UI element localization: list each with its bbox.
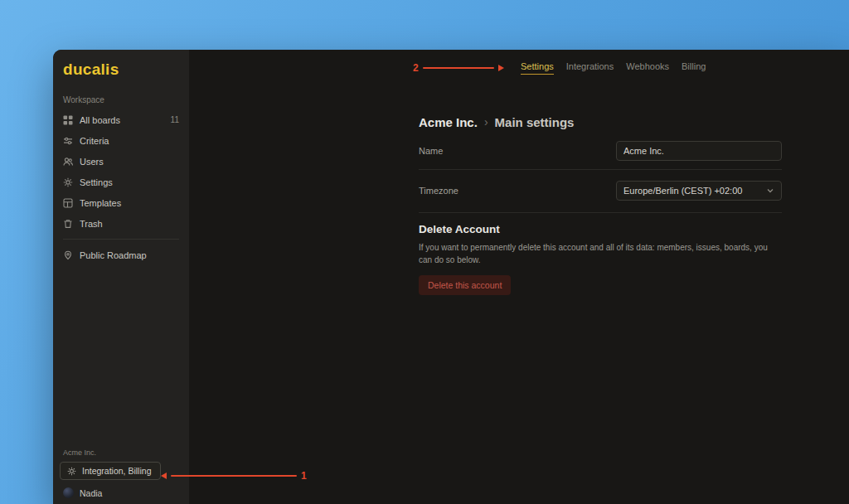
annotation-number: 2	[413, 62, 419, 74]
timezone-label: Timezone	[419, 186, 458, 196]
users-icon	[63, 157, 73, 167]
integration-billing-label: Integration, Billing	[82, 466, 151, 476]
sidebar-item-label: Settings	[80, 177, 179, 187]
sidebar-item-trash[interactable]: Trash	[53, 213, 189, 234]
arrow-line	[171, 475, 297, 477]
breadcrumb-workspace: Acme Inc.	[419, 115, 478, 129]
app-window: ducalis Workspace All boards 11 Criteria…	[53, 50, 849, 504]
sidebar-item-users[interactable]: Users	[53, 151, 189, 172]
sidebar-item-settings[interactable]: Settings	[53, 172, 189, 192]
chevron-down-icon	[766, 187, 774, 195]
user-name: Nadia	[80, 488, 102, 498]
boards-count-badge: 11	[171, 115, 179, 124]
annotation-number: 1	[301, 470, 307, 482]
divider	[419, 169, 782, 170]
user-menu[interactable]: Nadia	[63, 487, 179, 498]
sidebar-item-criteria[interactable]: Criteria	[53, 130, 189, 151]
arrow-left-icon	[161, 472, 167, 479]
delete-account-description: If you want to permanently delete this a…	[419, 242, 782, 266]
integration-billing-button[interactable]: Integration, Billing	[60, 462, 161, 480]
annotation-step-1: 1	[161, 470, 307, 482]
chevron-right-icon: ›	[484, 115, 488, 128]
sidebar-divider	[63, 239, 179, 240]
sidebar-item-all-boards[interactable]: All boards 11	[53, 109, 189, 130]
name-row: Name	[419, 141, 782, 161]
app-logo: ducalis	[63, 61, 179, 79]
breadcrumb: Acme Inc. › Main settings	[419, 113, 782, 131]
sidebar-item-label: Criteria	[80, 136, 179, 146]
main-content: Settings Integrations Webhooks Billing 2…	[189, 50, 849, 504]
sidebar-item-templates[interactable]: Templates	[53, 192, 189, 213]
workspace-name-input[interactable]	[616, 141, 782, 161]
settings-form: Acme Inc. › Main settings Name Timezone …	[419, 50, 782, 295]
workspace-section-label: Workspace	[63, 95, 179, 104]
delete-account-button[interactable]: Delete this account	[419, 275, 511, 295]
name-label: Name	[419, 146, 443, 156]
templates-icon	[63, 198, 73, 208]
sidebar-item-public-roadmap[interactable]: Public Roadmap	[53, 245, 189, 265]
timezone-row: Timezone Europe/Berlin (CEST) +02:00	[419, 181, 782, 201]
gear-icon	[63, 177, 73, 187]
criteria-icon	[63, 136, 73, 146]
divider	[419, 212, 782, 213]
map-pin-icon	[63, 250, 73, 260]
sidebar: ducalis Workspace All boards 11 Criteria…	[53, 50, 189, 504]
timezone-select[interactable]: Europe/Berlin (CEST) +02:00	[616, 181, 782, 201]
sidebar-item-label: Trash	[80, 219, 179, 229]
sidebar-item-label: Templates	[80, 198, 179, 208]
sidebar-item-label: All boards	[80, 115, 164, 125]
sidebar-item-label: Public Roadmap	[80, 250, 179, 260]
avatar	[63, 487, 74, 498]
grid-icon	[63, 115, 73, 125]
timezone-value: Europe/Berlin (CEST) +02:00	[623, 186, 742, 196]
workspace-name: Acme Inc.	[63, 448, 179, 457]
page-title: Main settings	[495, 115, 575, 129]
trash-icon	[63, 219, 73, 229]
delete-account-title: Delete Account	[419, 223, 782, 235]
gear-icon	[67, 467, 76, 476]
sidebar-item-label: Users	[80, 157, 179, 167]
